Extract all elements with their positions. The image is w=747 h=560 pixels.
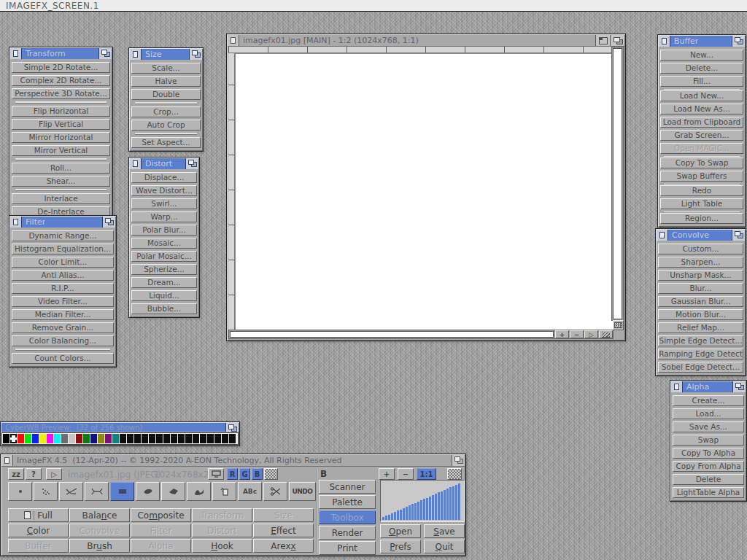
titlebar[interactable]: CyberWB Preview: (32 of 256 shown) — [1, 423, 239, 432]
fill-button[interactable]: Fill... — [660, 76, 743, 87]
horizontal-scrollbar[interactable]: + − ▷ — [228, 330, 614, 339]
prefs-button[interactable]: Prefs — [380, 540, 421, 553]
complex-2d-rotate-button[interactable]: Complex 2D Rotate... — [12, 75, 110, 86]
g-button[interactable]: G — [239, 468, 250, 480]
depth-gadget[interactable] — [225, 423, 239, 432]
color-swatch[interactable] — [134, 434, 141, 443]
color-swatch[interactable] — [120, 434, 126, 443]
color-swatch[interactable] — [178, 434, 185, 443]
text-tool-button[interactable]: ABc — [238, 482, 262, 501]
mirror-vertical-button[interactable]: Mirror Vertical — [12, 145, 110, 156]
swap-button[interactable]: Swap — [673, 435, 744, 446]
zoom-scale-button[interactable] — [599, 330, 613, 338]
color-limit-button[interactable]: Color Limit... — [12, 257, 114, 268]
color-swatch[interactable] — [163, 434, 170, 443]
roll-button[interactable]: Roll... — [12, 163, 110, 174]
titlebar[interactable]: Buffer — [659, 36, 745, 47]
color-swatch[interactable] — [112, 434, 119, 443]
close-gadget[interactable] — [10, 48, 22, 59]
region-button[interactable]: Region... — [660, 213, 743, 224]
median-filter-button[interactable]: Median Filter... — [12, 309, 114, 320]
quit-button[interactable]: Quit — [424, 540, 465, 553]
depth-gadget[interactable] — [98, 48, 112, 59]
color-swatch[interactable] — [193, 434, 199, 443]
close-gadget[interactable] — [228, 35, 239, 46]
gaussian-blur-button[interactable]: Gaussian Blur... — [658, 296, 743, 307]
fill-tool-button[interactable] — [212, 482, 236, 501]
render-button[interactable]: Render — [319, 526, 376, 540]
close-gadget[interactable] — [10, 217, 22, 228]
ellipse-tool-button[interactable] — [136, 482, 160, 501]
copy-to-swap-button[interactable]: Copy To Swap — [660, 158, 743, 168]
curve-tool-button[interactable] — [85, 482, 109, 501]
titlebar[interactable]: imagefx01.jpg [MAIN] - 1:2 (1024x768, 1:… — [228, 35, 624, 47]
new-button[interactable]: New... — [660, 50, 743, 61]
polar-mosaic-button[interactable]: Polar Mosaic... — [131, 251, 197, 262]
zoom-in-button[interactable]: + — [379, 468, 395, 480]
color-swatch[interactable] — [47, 434, 53, 443]
color-swatch[interactable] — [127, 434, 133, 443]
close-gadget[interactable] — [659, 36, 670, 47]
palette-button[interactable]: Palette — [319, 495, 376, 509]
delete-button[interactable]: Delete... — [660, 63, 743, 74]
airbrush-tool-button[interactable] — [34, 482, 58, 501]
color-button[interactable]: Color — [8, 524, 69, 537]
displace-button[interactable]: Displace... — [131, 172, 197, 183]
color-swatch[interactable] — [3, 434, 9, 443]
color-swatch[interactable] — [32, 434, 39, 443]
composite-button[interactable]: Composite — [131, 508, 191, 522]
halve-button[interactable]: Halve — [131, 76, 201, 87]
hook-button[interactable]: Hook — [192, 539, 252, 553]
horizontal-scroll-thumb[interactable] — [230, 331, 554, 338]
close-gadget[interactable] — [657, 230, 668, 241]
screen-mode-button[interactable] — [208, 468, 224, 480]
scanner-button[interactable]: Scanner — [319, 480, 376, 494]
zoom-in-button[interactable]: + — [555, 330, 569, 338]
undo-button[interactable]: UNDO — [289, 482, 316, 501]
video-filter-button[interactable]: Video Filter... — [12, 296, 114, 307]
titlebar[interactable]: Convolve — [657, 230, 745, 241]
auto-crop-button[interactable]: Auto Crop — [131, 120, 201, 131]
box-tool-button[interactable] — [110, 482, 134, 501]
double-button[interactable]: Double — [131, 89, 201, 100]
simple-edge-detect-button[interactable]: Simple Edge Detect... — [658, 335, 743, 346]
unsharp-mask-button[interactable]: Unsharp Mask... — [658, 270, 743, 281]
vertical-scrollbar[interactable] — [611, 47, 624, 321]
set-aspect-button[interactable]: Set Aspect... — [131, 137, 201, 148]
print-button[interactable]: Print — [319, 541, 376, 555]
color-swatch[interactable] — [185, 434, 192, 443]
warp-button[interactable]: Warp... — [131, 211, 197, 222]
dream-button[interactable]: Dream... — [131, 277, 197, 288]
color-swatch[interactable] — [171, 434, 177, 443]
sleep-button[interactable]: zz — [8, 468, 24, 480]
color-swatch[interactable] — [200, 434, 206, 443]
titlebar[interactable]: Filter — [10, 217, 115, 228]
color-swatch[interactable] — [39, 434, 46, 443]
color-swatch[interactable] — [105, 434, 112, 443]
crop-button[interactable]: Crop... — [131, 106, 201, 117]
depth-gadget[interactable] — [185, 158, 198, 169]
light-table-button[interactable]: Light Table — [660, 198, 743, 209]
load-new-as-button[interactable]: Load New As... — [660, 104, 743, 114]
freehand-tool-button[interactable] — [187, 482, 211, 501]
zoom-ratio-button[interactable]: 1:1 — [417, 468, 436, 480]
depth-gadget[interactable] — [452, 455, 465, 466]
swirl-button[interactable]: Swirl... — [131, 198, 197, 209]
color-swatch[interactable] — [142, 434, 148, 443]
scale-button[interactable]: Scale... — [131, 63, 201, 74]
color-swatch[interactable] — [54, 434, 61, 443]
copy-from-alpha-button[interactable]: Copy From Alpha — [673, 461, 744, 472]
vertical-scroll-thumb[interactable] — [613, 48, 622, 319]
load-new-button[interactable]: Load New... — [660, 90, 743, 101]
polar-blur-button[interactable]: Polar Blur... — [131, 225, 197, 236]
effect-button[interactable]: Effect — [253, 524, 314, 537]
mirror-horizontal-button[interactable]: Mirror Horizontal — [12, 132, 110, 143]
color-swatch[interactable] — [83, 434, 90, 443]
color-swatch[interactable] — [229, 434, 236, 443]
color-swatch[interactable] — [76, 434, 82, 443]
titlebar[interactable]: Size — [130, 49, 202, 60]
close-gadget[interactable] — [1, 455, 13, 466]
sobel-edge-detect-button[interactable]: Sobel Edge Detect... — [658, 362, 743, 373]
wave-distort-button[interactable]: Wave Distort... — [131, 185, 197, 196]
depth-gadget[interactable] — [732, 381, 746, 392]
